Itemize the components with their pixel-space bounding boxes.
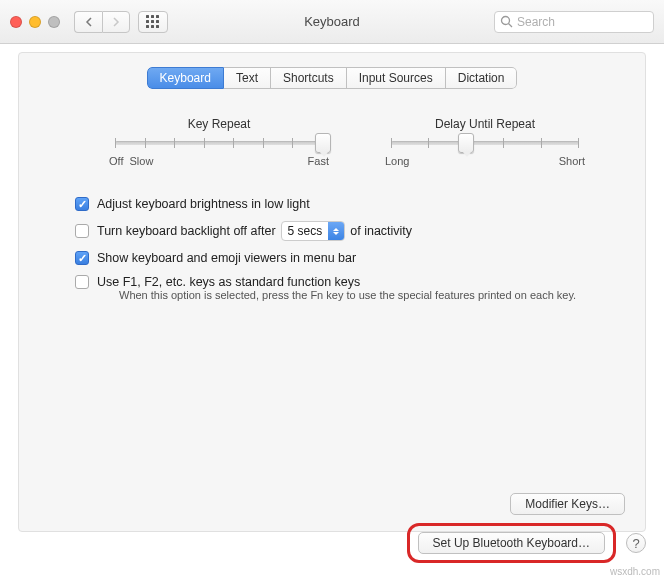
help-button[interactable]: ? bbox=[626, 533, 646, 553]
bottom-row: Set Up Bluetooth Keyboard… ? bbox=[0, 523, 646, 563]
delay-title: Delay Until Repeat bbox=[385, 117, 585, 131]
forward-button[interactable] bbox=[102, 11, 130, 33]
modifier-keys-button[interactable]: Modifier Keys… bbox=[510, 493, 625, 515]
tab-dictation[interactable]: Dictation bbox=[446, 67, 518, 89]
window-controls bbox=[10, 16, 60, 28]
key-repeat-slider[interactable] bbox=[115, 141, 323, 145]
slider-row: Key Repeat OffSlow Fast Delay Until Repe… bbox=[39, 117, 625, 167]
checkbox-adjust-brightness[interactable] bbox=[75, 197, 89, 211]
label-fn-keys: Use F1, F2, etc. keys as standard functi… bbox=[97, 275, 360, 289]
backlight-delay-select[interactable]: 5 secs bbox=[281, 221, 346, 241]
svg-line-1 bbox=[509, 23, 513, 27]
zoom-window-button[interactable] bbox=[48, 16, 60, 28]
key-repeat-block: Key Repeat OffSlow Fast bbox=[109, 117, 329, 167]
key-repeat-slow-label: Slow bbox=[129, 155, 153, 167]
option-backlight-off[interactable]: Turn keyboard backlight off after 5 secs… bbox=[75, 221, 625, 241]
label-show-viewers: Show keyboard and emoji viewers in menu … bbox=[97, 251, 356, 265]
key-repeat-off-label: Off bbox=[109, 155, 123, 167]
option-fn-keys[interactable]: Use F1, F2, etc. keys as standard functi… bbox=[75, 275, 625, 289]
grid-icon bbox=[146, 15, 160, 29]
titlebar: Keyboard bbox=[0, 0, 664, 44]
delay-thumb[interactable] bbox=[458, 133, 474, 153]
backlight-delay-value: 5 secs bbox=[282, 224, 329, 238]
delay-slider[interactable] bbox=[391, 141, 579, 145]
checkbox-fn-keys[interactable] bbox=[75, 275, 89, 289]
option-adjust-brightness[interactable]: Adjust keyboard brightness in low light bbox=[75, 197, 625, 211]
checkbox-show-viewers[interactable] bbox=[75, 251, 89, 265]
svg-point-0 bbox=[502, 16, 510, 24]
option-show-viewers[interactable]: Show keyboard and emoji viewers in menu … bbox=[75, 251, 625, 265]
search-icon bbox=[500, 15, 513, 28]
stepper-icon bbox=[328, 222, 344, 240]
close-window-button[interactable] bbox=[10, 16, 22, 28]
preferences-panel: Keyboard Text Shortcuts Input Sources Di… bbox=[18, 52, 646, 532]
bluetooth-keyboard-button[interactable]: Set Up Bluetooth Keyboard… bbox=[418, 532, 605, 554]
delay-short-label: Short bbox=[559, 155, 585, 167]
options-list: Adjust keyboard brightness in low light … bbox=[39, 197, 625, 301]
chevron-left-icon bbox=[85, 17, 93, 27]
delay-long-label: Long bbox=[385, 155, 409, 167]
key-repeat-title: Key Repeat bbox=[109, 117, 329, 131]
label-backlight-off-after: of inactivity bbox=[350, 224, 412, 238]
label-backlight-off-before: Turn keyboard backlight off after bbox=[97, 224, 276, 238]
tab-input-sources[interactable]: Input Sources bbox=[347, 67, 446, 89]
key-repeat-thumb[interactable] bbox=[315, 133, 331, 153]
checkbox-backlight-off[interactable] bbox=[75, 224, 89, 238]
search-input[interactable] bbox=[494, 11, 654, 33]
nav-buttons bbox=[74, 11, 130, 33]
delay-block: Delay Until Repeat Long Short bbox=[385, 117, 585, 167]
search-wrap bbox=[494, 11, 654, 33]
label-adjust-brightness: Adjust keyboard brightness in low light bbox=[97, 197, 310, 211]
tab-text[interactable]: Text bbox=[224, 67, 271, 89]
tab-shortcuts[interactable]: Shortcuts bbox=[271, 67, 347, 89]
annotation-highlight: Set Up Bluetooth Keyboard… bbox=[407, 523, 616, 563]
tab-bar: Keyboard Text Shortcuts Input Sources Di… bbox=[39, 67, 625, 89]
chevron-right-icon bbox=[112, 17, 120, 27]
tab-keyboard[interactable]: Keyboard bbox=[147, 67, 224, 89]
minimize-window-button[interactable] bbox=[29, 16, 41, 28]
show-all-button[interactable] bbox=[138, 11, 168, 33]
back-button[interactable] bbox=[74, 11, 102, 33]
watermark: wsxdh.com bbox=[610, 566, 660, 577]
hint-fn-keys: When this option is selected, press the … bbox=[119, 289, 625, 301]
